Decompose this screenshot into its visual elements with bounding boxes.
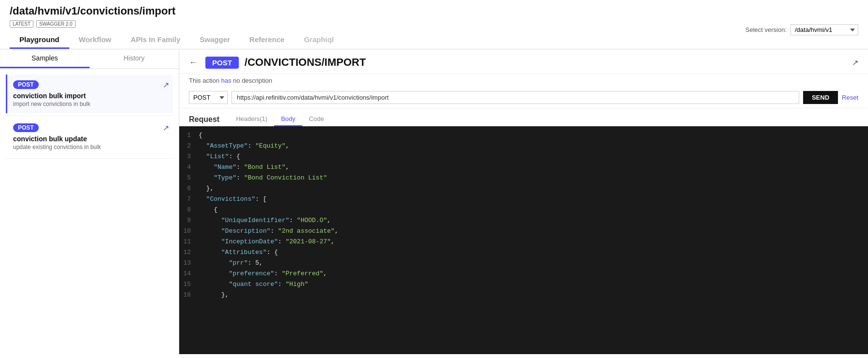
- line-content: {: [199, 130, 868, 141]
- line-number: 1: [179, 130, 199, 141]
- sidebar: Samples History POST ↗ conviction bulk i…: [0, 49, 179, 354]
- nav-tab-swagger[interactable]: Swagger: [190, 31, 240, 49]
- code-line: 8 {: [179, 205, 868, 215]
- nav-tab-graphiql[interactable]: Graphiql: [294, 31, 343, 49]
- main-layout: Samples History POST ↗ conviction bulk i…: [0, 49, 868, 354]
- line-content: "Attributes": {: [199, 247, 868, 258]
- line-number: 13: [179, 258, 199, 268]
- line-number: 8: [179, 205, 199, 215]
- post-badge-import: POST: [13, 80, 39, 89]
- top-bar: /data/hvmi/v1/convictions/import LATEST …: [0, 0, 868, 49]
- line-number: 14: [179, 268, 199, 279]
- version-select[interactable]: /data/hvmi/v1: [790, 24, 858, 35]
- line-content: "Description": "2nd associate",: [199, 226, 868, 237]
- req-tab-headers[interactable]: Headers(1): [229, 112, 274, 126]
- code-line: 15 "quant score": "High": [179, 279, 868, 290]
- method-select[interactable]: POST: [189, 91, 228, 104]
- line-content: "preference": "Preferred",: [199, 268, 868, 279]
- code-line: 6 },: [179, 183, 868, 194]
- back-arrow-icon[interactable]: ←: [189, 58, 198, 68]
- endpoint-method-badge: POST: [205, 57, 239, 69]
- line-content: "prr": 5,: [199, 258, 868, 268]
- code-line: 14 "preference": "Preferred",: [179, 268, 868, 279]
- code-line: 13 "prr": 5,: [179, 258, 868, 268]
- expand-icon[interactable]: ↗: [852, 58, 858, 67]
- code-line: 5 "Type": "Bond Conviction List": [179, 173, 868, 183]
- content-area: ← POST /CONVICTIONS/IMPORT ↗ This action…: [179, 49, 868, 354]
- line-content: "UniqueIdentifier": "HOOD.O",: [199, 215, 868, 226]
- sidebar-item-update[interactable]: POST ↗ conviction bulk update update exi…: [6, 118, 173, 156]
- badge-latest: LATEST: [10, 20, 33, 28]
- code-line: 11 "InceptionDate": "2021-08-27",: [179, 237, 868, 247]
- line-number: 2: [179, 141, 199, 151]
- page-title: /data/hvmi/v1/convictions/import: [10, 5, 858, 17]
- code-line: 2 "AssetType": "Equity",: [179, 141, 868, 151]
- line-number: 5: [179, 173, 199, 183]
- request-title: Request: [189, 115, 219, 124]
- req-tab-code[interactable]: Code: [302, 112, 331, 126]
- sidebar-item-import[interactable]: POST ↗ conviction bulk import import new…: [6, 75, 173, 113]
- line-number: 3: [179, 151, 199, 162]
- line-number: 15: [179, 279, 199, 290]
- code-line: 10 "Description": "2nd associate",: [179, 226, 868, 237]
- sidebar-tabs: Samples History: [0, 49, 179, 69]
- line-content: "Type": "Bond Conviction List": [199, 173, 868, 183]
- line-number: 12: [179, 247, 199, 258]
- request-tabs: Headers(1) Body Code: [229, 112, 331, 126]
- reset-link[interactable]: Reset: [842, 94, 858, 101]
- badge-swagger: SWAGGER 2.0: [36, 20, 76, 28]
- content-header: ← POST /CONVICTIONS/IMPORT ↗: [179, 49, 868, 74]
- item-desc-import: import new convictions in bulk: [13, 101, 169, 107]
- line-number: 11: [179, 237, 199, 247]
- line-number: 16: [179, 290, 199, 300]
- line-number: 4: [179, 162, 199, 173]
- has-text: has: [221, 77, 231, 84]
- code-line: 7 "Convictions": [: [179, 194, 868, 205]
- nav-tab-playground[interactable]: Playground: [10, 31, 69, 49]
- badge-row: LATEST SWAGGER 2.0: [10, 20, 858, 28]
- request-section: Request Headers(1) Body Code 1{2 "AssetT…: [179, 108, 868, 354]
- line-content: "Name": "Bond List",: [199, 162, 868, 173]
- line-content: },: [199, 183, 868, 194]
- nav-tab-workflow[interactable]: Workflow: [69, 31, 121, 49]
- sidebar-items: POST ↗ conviction bulk import import new…: [0, 69, 179, 354]
- version-selector: Select version: /data/hvmi/v1: [745, 24, 858, 35]
- code-line: 12 "Attributes": {: [179, 247, 868, 258]
- line-content: "List": {: [199, 151, 868, 162]
- request-header: Request Headers(1) Body Code: [179, 108, 868, 126]
- code-line: 16 },: [179, 290, 868, 300]
- code-line: 1{: [179, 130, 868, 141]
- send-button[interactable]: SEND: [803, 91, 838, 104]
- url-bar: POST SEND Reset: [179, 87, 868, 108]
- line-number: 10: [179, 226, 199, 237]
- line-content: "AssetType": "Equity",: [199, 141, 868, 151]
- code-editor: 1{2 "AssetType": "Equity",3 "List": {4 "…: [179, 126, 868, 354]
- line-content: "quant score": "High": [199, 279, 868, 290]
- nav-tab-apis-in-family[interactable]: APIs In Family: [121, 31, 190, 49]
- ext-link-import[interactable]: ↗: [163, 80, 169, 90]
- nav-tab-reference[interactable]: Reference: [240, 31, 294, 49]
- line-number: 6: [179, 183, 199, 194]
- version-label: Select version:: [745, 26, 787, 33]
- sidebar-tab-samples[interactable]: Samples: [0, 49, 90, 68]
- code-line: 9 "UniqueIdentifier": "HOOD.O",: [179, 215, 868, 226]
- line-number: 9: [179, 215, 199, 226]
- line-content: },: [199, 290, 868, 300]
- line-content: "Convictions": [: [199, 194, 868, 205]
- code-line: 3 "List": {: [179, 151, 868, 162]
- code-line: 4 "Name": "Bond List",: [179, 162, 868, 173]
- sidebar-tab-history[interactable]: History: [90, 49, 179, 68]
- divider-1: [6, 115, 173, 116]
- action-description: This action has no description: [179, 74, 868, 87]
- req-tab-body[interactable]: Body: [274, 112, 302, 126]
- item-desc-update: update existing convictions in bulk: [13, 144, 169, 150]
- line-content: {: [199, 205, 868, 215]
- line-content: "InceptionDate": "2021-08-27",: [199, 237, 868, 247]
- ext-link-update[interactable]: ↗: [163, 123, 169, 133]
- url-input[interactable]: [232, 91, 799, 104]
- line-number: 7: [179, 194, 199, 205]
- post-badge-update: POST: [13, 123, 39, 132]
- item-title-import: conviction bulk import: [13, 92, 169, 100]
- nav-tabs: Playground Workflow APIs In Family Swagg…: [10, 31, 858, 49]
- divider-2: [6, 158, 173, 159]
